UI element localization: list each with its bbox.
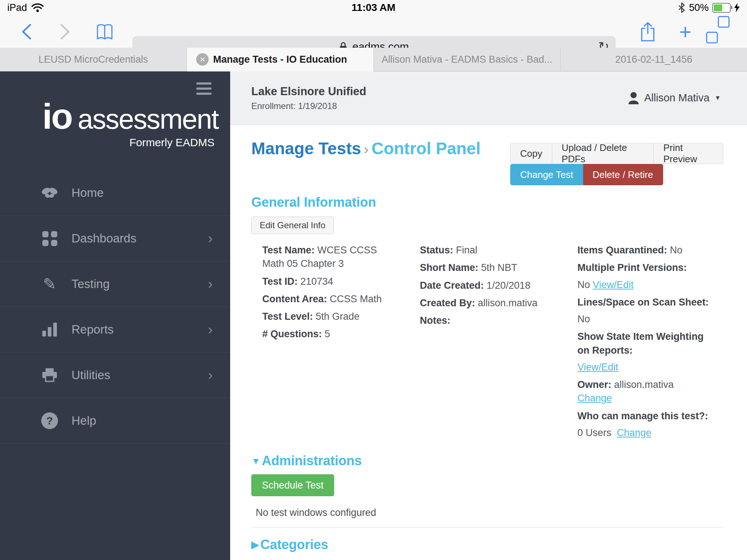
owner-field: Owner: allison.mativa Change bbox=[577, 378, 713, 405]
test-name-field: Test Name: WCES CCSS Math 05 Chapter 3 bbox=[262, 244, 398, 271]
state-item-weighting-field: Show State Item Weighting on Reports:Vie… bbox=[577, 330, 713, 374]
sidebar-item-label: Reports bbox=[71, 323, 208, 337]
sidebar-item-label: Testing bbox=[71, 277, 208, 291]
multiple-print-versions-field: Multiple Print Versions:No View/Edit bbox=[577, 261, 713, 292]
menu-toggle-icon[interactable] bbox=[196, 82, 212, 98]
charging-bolt-icon bbox=[734, 3, 740, 12]
sidebar: io assessment Formerly EADMS Hom bbox=[0, 71, 230, 560]
schedule-test-button[interactable]: Schedule Test bbox=[251, 474, 334, 496]
bluetooth-icon bbox=[678, 2, 685, 13]
browser-toolbar: eadms.com ↻ + bbox=[0, 15, 747, 48]
tab-bar: LEUSD MicroCredentials ✕ Manage Tests - … bbox=[0, 48, 747, 71]
page-title: Manage Tests›Control Panel bbox=[251, 139, 485, 158]
sidebar-item-testing[interactable]: ✎ Testing › bbox=[0, 261, 230, 307]
sidebar-nav: Home Dashboards › ✎ Testing › bbox=[0, 170, 230, 444]
breadcrumb-root[interactable]: Manage Tests bbox=[251, 139, 361, 158]
logo-io-text: io bbox=[42, 98, 72, 134]
general-info-grid: Test Name: WCES CCSS Math 05 Chapter 3 T… bbox=[262, 244, 723, 444]
battery-percent: 50% bbox=[689, 2, 709, 13]
sidebar-item-dashboards[interactable]: Dashboards › bbox=[0, 216, 230, 261]
items-quarantined-field: Items Quarantined: No bbox=[577, 244, 713, 257]
tab-leusd-microcredentials[interactable]: LEUSD MicroCredentials bbox=[0, 48, 187, 71]
bar-chart-icon bbox=[39, 323, 60, 337]
sidebar-item-help[interactable]: ? Help bbox=[0, 398, 230, 444]
lines-space-field: Lines/Space on Scan Sheet:No bbox=[577, 296, 713, 326]
user-icon bbox=[628, 92, 639, 104]
content-area-field: Content Area: CCSS Math bbox=[262, 292, 398, 306]
date-created-field: Date Created: 1/20/2018 bbox=[420, 279, 556, 292]
app-window: io assessment Formerly EADMS Hom bbox=[0, 71, 747, 560]
delete-retire-button[interactable]: Delete / Retire bbox=[583, 164, 663, 185]
butterfly-icon bbox=[39, 186, 60, 199]
view-edit-link[interactable]: View/Edit bbox=[577, 362, 618, 373]
change-test-button[interactable]: Change Test bbox=[510, 164, 583, 185]
section-divider bbox=[251, 527, 723, 528]
bookmarks-icon[interactable] bbox=[96, 23, 114, 41]
general-information-heading: General Information bbox=[251, 195, 723, 210]
main-content: Lake Elsinore Unified Enrollment: 1/19/2… bbox=[230, 71, 747, 560]
question-icon: ? bbox=[39, 412, 60, 429]
short-name-field: Short Name: 5th NBT bbox=[420, 261, 556, 275]
chevron-right-icon: › bbox=[208, 277, 213, 291]
edit-general-info-button[interactable]: Edit General Info bbox=[251, 217, 334, 234]
sidebar-item-reports[interactable]: Reports › bbox=[0, 307, 230, 353]
change-managers-link[interactable]: Change bbox=[617, 427, 651, 438]
sidebar-item-home[interactable]: Home bbox=[0, 170, 230, 216]
change-owner-link[interactable]: Change bbox=[577, 393, 612, 404]
collapse-triangle-icon: ▼ bbox=[251, 456, 260, 466]
breadcrumb-current: Control Panel bbox=[371, 139, 480, 158]
user-name: Allison Mativa bbox=[644, 92, 709, 104]
io-assessment-logo: io assessment Formerly EADMS bbox=[42, 98, 214, 149]
dashboard-grid-icon bbox=[39, 231, 60, 246]
test-id-field: Test ID: 210734 bbox=[262, 275, 398, 288]
tab-2016-02-11[interactable]: 2016-02-11_1456 bbox=[561, 48, 747, 71]
notes-field: Notes: bbox=[420, 314, 556, 327]
chevron-right-icon: › bbox=[208, 368, 213, 382]
district-header: Lake Elsinore Unified Enrollment: 1/19/2… bbox=[230, 71, 747, 125]
general-info-col2: Status: Final Short Name: 5th NBT Date C… bbox=[420, 244, 577, 444]
printer-icon bbox=[39, 368, 60, 383]
administrations-heading[interactable]: ▼Administrations bbox=[251, 453, 723, 468]
general-info-col3: Items Quarantined: No Multiple Print Ver… bbox=[577, 244, 723, 444]
sidebar-item-label: Help bbox=[71, 414, 213, 428]
forward-icon[interactable] bbox=[59, 23, 70, 40]
back-icon[interactable] bbox=[21, 23, 32, 40]
sidebar-item-utilities[interactable]: Utilities › bbox=[0, 353, 230, 398]
new-tab-icon[interactable]: + bbox=[679, 21, 692, 42]
who-can-manage-field: Who can manage this test?:0 Users Change bbox=[577, 409, 713, 440]
ipad-screen: iPad 11:03 AM 50% bbox=[0, 0, 747, 560]
num-questions-field: # Questions: 5 bbox=[262, 327, 398, 341]
sidebar-item-label: Dashboards bbox=[71, 232, 208, 245]
tab-manage-tests[interactable]: ✕ Manage Tests - IO Education bbox=[187, 48, 374, 71]
chevron-right-icon: › bbox=[208, 232, 213, 245]
expand-triangle-icon: ▶ bbox=[251, 540, 259, 550]
battery-icon bbox=[712, 3, 731, 13]
share-icon[interactable] bbox=[639, 21, 657, 42]
print-preview-button[interactable]: Print Preview bbox=[653, 143, 723, 164]
categories-heading[interactable]: ▶Categories bbox=[251, 537, 723, 552]
pencil-icon: ✎ bbox=[39, 276, 60, 292]
status-bar: iPad 11:03 AM 50% bbox=[0, 0, 747, 15]
sidebar-item-label: Utilities bbox=[71, 368, 208, 382]
dropdown-arrow-icon: ▼ bbox=[715, 94, 721, 102]
copy-button[interactable]: Copy bbox=[510, 143, 552, 164]
clock: 11:03 AM bbox=[0, 2, 747, 13]
test-level-field: Test Level: 5th Grade bbox=[262, 310, 398, 323]
close-tab-icon[interactable]: ✕ bbox=[196, 53, 209, 66]
chevron-right-icon: › bbox=[208, 323, 213, 337]
breadcrumb-separator-icon: › bbox=[361, 142, 372, 157]
no-test-windows-text: No test windows configured bbox=[256, 507, 723, 518]
logo-tagline: Formerly EADMS bbox=[42, 136, 214, 149]
sidebar-item-label: Home bbox=[71, 186, 213, 200]
view-edit-link[interactable]: View/Edit bbox=[593, 279, 634, 290]
user-menu[interactable]: Allison Mativa ▼ bbox=[628, 92, 721, 104]
created-by-field: Created By: allison.mativa bbox=[420, 296, 556, 310]
general-info-col1: Test Name: WCES CCSS Math 05 Chapter 3 T… bbox=[262, 244, 420, 444]
logo-assessment-text: assessment bbox=[78, 105, 218, 133]
tab-eadms-basics[interactable]: Allison Mativa - EADMS Basics - Bad... bbox=[374, 48, 561, 71]
upload-delete-pdfs-button[interactable]: Upload / Delete PDFs bbox=[552, 143, 654, 164]
control-panel-page: Manage Tests›Control Panel Copy Upload /… bbox=[230, 125, 747, 560]
test-action-buttons: Copy Upload / Delete PDFs Print Preview … bbox=[510, 143, 723, 185]
status-field: Status: Final bbox=[420, 244, 556, 257]
